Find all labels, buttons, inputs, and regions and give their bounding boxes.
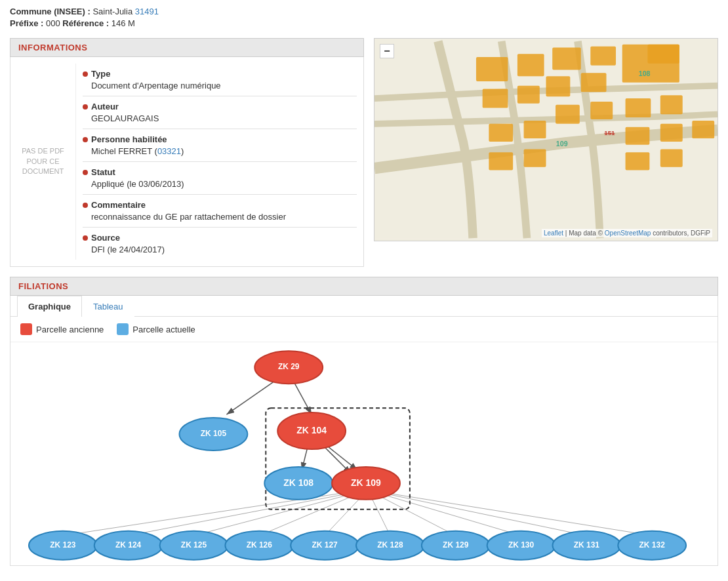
svg-rect-3 xyxy=(552,48,581,70)
svg-text:ZK 125: ZK 125 xyxy=(181,540,207,550)
legend-item-ancienne: Parcelle ancienne xyxy=(20,323,104,335)
svg-rect-2 xyxy=(647,45,679,64)
map-container[interactable]: − xyxy=(374,38,718,241)
info-label-personne: Personne habilitée xyxy=(83,134,357,144)
red-dot-5 xyxy=(83,203,88,208)
info-fields: Type Document d'Arpentage numérique Aute… xyxy=(83,64,357,260)
svg-rect-5 xyxy=(476,57,508,81)
info-label-commentaire: Commentaire xyxy=(83,200,357,210)
info-value-source: DFI (le 24/04/2017) xyxy=(83,245,357,254)
commune-name: Saint-Julia xyxy=(92,7,134,16)
svg-line-32 xyxy=(325,444,357,470)
svg-text:ZK 131: ZK 131 xyxy=(574,540,600,550)
filiations-header: FILIATIONS xyxy=(10,277,718,296)
info-row-source: Source DFI (le 24/04/2017) xyxy=(83,228,357,260)
svg-rect-13 xyxy=(626,98,651,117)
svg-rect-6 xyxy=(517,54,544,76)
info-box: PAS DE PDF POUR CE DOCUMENT Type Documen… xyxy=(10,57,364,267)
graph-svg: ZK 29 ZK 105 ZK 104 ZK 108 ZK 109 xyxy=(10,342,718,565)
legend-item-actuelle: Parcelle actuelle xyxy=(117,323,195,335)
svg-rect-10 xyxy=(517,86,540,104)
red-dot-2 xyxy=(83,104,88,110)
pdf-placeholder: PAS DE PDF POUR CE DOCUMENT xyxy=(17,64,76,260)
svg-text:ZK 109: ZK 109 xyxy=(351,477,381,488)
info-value-commentaire: reconnaissance du GE par rattachement de… xyxy=(83,212,357,222)
svg-text:ZK 132: ZK 132 xyxy=(639,540,666,550)
svg-rect-4 xyxy=(590,47,616,66)
filiations-body: Graphique Tableau Parcelle ancienne Parc… xyxy=(10,296,718,566)
tabs-bar: Graphique Tableau xyxy=(10,296,718,317)
red-dot-6 xyxy=(83,235,88,241)
reference-label: Référence : xyxy=(62,18,109,28)
svg-text:ZK 108: ZK 108 xyxy=(283,477,313,488)
svg-text:108: 108 xyxy=(639,70,651,77)
svg-rect-21 xyxy=(524,150,546,167)
osm-link[interactable]: OpenStreetMap xyxy=(605,230,651,237)
svg-line-42 xyxy=(370,491,586,536)
svg-text:109: 109 xyxy=(556,140,568,148)
map-zoom-minus-button[interactable]: − xyxy=(380,44,394,58)
filiations-section: FILIATIONS Graphique Tableau Parcelle an… xyxy=(10,277,718,566)
header-info: Commune (INSEE) : Saint-Julia 31491 Préf… xyxy=(10,7,718,28)
right-panel: − xyxy=(374,38,718,267)
commune-code-link[interactable]: 31491 xyxy=(135,7,159,16)
svg-rect-15 xyxy=(489,124,513,142)
legend-label-ancienne: Parcelle ancienne xyxy=(36,325,104,334)
informations-header: INFORMATIONS xyxy=(10,38,364,57)
leaflet-link[interactable]: Leaflet xyxy=(544,230,563,237)
svg-text:ZK 128: ZK 128 xyxy=(377,540,403,550)
personne-link[interactable]: 03321 xyxy=(157,146,181,156)
legend-box-red xyxy=(20,323,32,335)
info-label-statut: Statut xyxy=(83,167,357,177)
tab-tableau[interactable]: Tableau xyxy=(82,296,134,317)
info-row-personne: Personne habilitée Michel FERRET (03321) xyxy=(83,129,357,162)
info-label-type: Type xyxy=(83,69,357,79)
svg-text:ZK 129: ZK 129 xyxy=(443,540,469,550)
info-row-commentaire: Commentaire reconnaissance du GE par rat… xyxy=(83,195,357,228)
svg-rect-22 xyxy=(626,152,650,170)
svg-rect-11 xyxy=(556,105,580,124)
info-row-auteur: Auteur GEOLAURAGAIS xyxy=(83,96,357,129)
svg-rect-7 xyxy=(546,76,571,96)
svg-text:ZK 127: ZK 127 xyxy=(312,540,338,550)
graph-area: ZK 29 ZK 105 ZK 104 ZK 108 ZK 109 xyxy=(10,342,718,565)
legend-box-blue xyxy=(117,323,129,335)
main-layout: INFORMATIONS PAS DE PDF POUR CE DOCUMENT… xyxy=(10,38,718,267)
red-dot-3 xyxy=(83,137,88,142)
svg-line-41 xyxy=(369,491,521,536)
left-panel: INFORMATIONS PAS DE PDF POUR CE DOCUMENT… xyxy=(10,38,364,267)
info-label-auteur: Auteur xyxy=(83,102,357,111)
page-container: Commune (INSEE) : Saint-Julia 31491 Préf… xyxy=(0,0,728,572)
svg-rect-23 xyxy=(660,150,683,167)
svg-rect-20 xyxy=(489,152,513,170)
svg-rect-8 xyxy=(581,73,607,92)
red-dot xyxy=(83,71,88,77)
map-svg: 108 109 151 xyxy=(374,39,718,241)
info-row-statut: Statut Appliqué (le 03/06/2013) xyxy=(83,162,357,195)
svg-rect-12 xyxy=(590,102,613,119)
info-value-type: Document d'Arpentage numérique xyxy=(83,81,357,90)
red-dot-4 xyxy=(83,170,88,175)
prefix-value: 000 xyxy=(46,18,62,28)
svg-text:ZK 124: ZK 124 xyxy=(115,540,142,550)
svg-text:151: 151 xyxy=(604,129,615,136)
svg-rect-19 xyxy=(692,121,714,138)
svg-line-35 xyxy=(129,491,365,536)
svg-text:ZK 130: ZK 130 xyxy=(508,540,535,550)
map-attribution: Leaflet | Map data © OpenStreetMap contr… xyxy=(542,229,712,237)
svg-rect-17 xyxy=(626,127,650,145)
svg-rect-14 xyxy=(660,95,683,114)
svg-text:ZK 123: ZK 123 xyxy=(50,540,76,550)
legend-label-actuelle: Parcelle actuelle xyxy=(132,325,195,334)
info-label-source: Source xyxy=(83,233,357,243)
svg-rect-9 xyxy=(483,89,508,108)
svg-text:ZK 104: ZK 104 xyxy=(296,425,327,435)
info-value-personne: Michel FERRET (03321) xyxy=(83,146,357,156)
info-value-statut: Appliqué (le 03/06/2013) xyxy=(83,179,357,189)
legend: Parcelle ancienne Parcelle actuelle xyxy=(10,317,718,342)
tab-graphique[interactable]: Graphique xyxy=(17,296,82,317)
reference-value: 146 M xyxy=(111,18,135,28)
svg-text:ZK 29: ZK 29 xyxy=(278,362,300,371)
svg-text:ZK 126: ZK 126 xyxy=(247,540,273,550)
svg-text:ZK 105: ZK 105 xyxy=(201,429,227,438)
